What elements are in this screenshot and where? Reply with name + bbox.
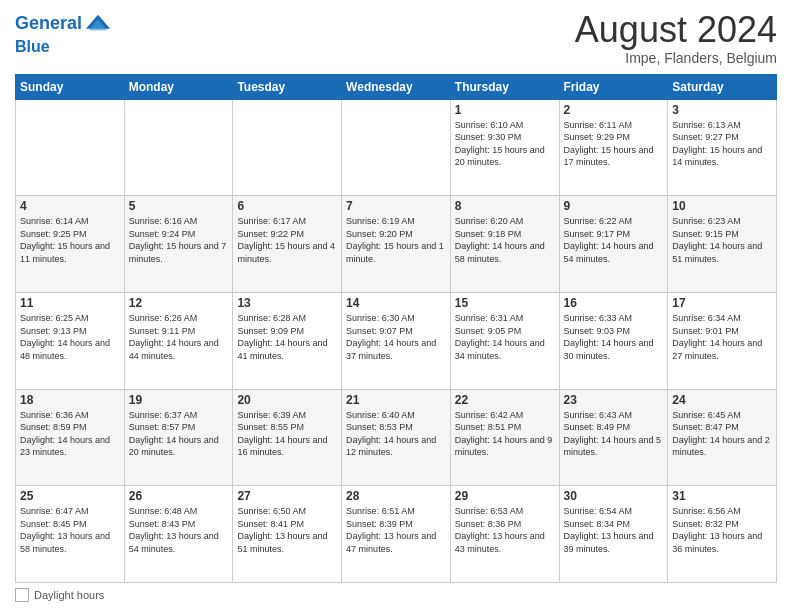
- day-info: Sunrise: 6:33 AM Sunset: 9:03 PM Dayligh…: [564, 312, 664, 362]
- day-info: Sunrise: 6:40 AM Sunset: 8:53 PM Dayligh…: [346, 409, 446, 459]
- day-info: Sunrise: 6:39 AM Sunset: 8:55 PM Dayligh…: [237, 409, 337, 459]
- footer-label: Daylight hours: [34, 589, 104, 601]
- subtitle: Impe, Flanders, Belgium: [575, 50, 777, 66]
- day-number: 4: [20, 199, 120, 213]
- day-number: 15: [455, 296, 555, 310]
- calendar-weekday-thursday: Thursday: [450, 74, 559, 99]
- calendar-cell: 7Sunrise: 6:19 AM Sunset: 9:20 PM Daylig…: [342, 196, 451, 293]
- day-number: 13: [237, 296, 337, 310]
- day-info: Sunrise: 6:53 AM Sunset: 8:36 PM Dayligh…: [455, 505, 555, 555]
- day-info: Sunrise: 6:50 AM Sunset: 8:41 PM Dayligh…: [237, 505, 337, 555]
- day-info: Sunrise: 6:20 AM Sunset: 9:18 PM Dayligh…: [455, 215, 555, 265]
- calendar-cell: 28Sunrise: 6:51 AM Sunset: 8:39 PM Dayli…: [342, 486, 451, 583]
- day-number: 21: [346, 393, 446, 407]
- calendar-header-row: SundayMondayTuesdayWednesdayThursdayFrid…: [16, 74, 777, 99]
- day-info: Sunrise: 6:36 AM Sunset: 8:59 PM Dayligh…: [20, 409, 120, 459]
- day-number: 29: [455, 489, 555, 503]
- day-number: 3: [672, 103, 772, 117]
- day-info: Sunrise: 6:56 AM Sunset: 8:32 PM Dayligh…: [672, 505, 772, 555]
- day-info: Sunrise: 6:47 AM Sunset: 8:45 PM Dayligh…: [20, 505, 120, 555]
- calendar-cell: 8Sunrise: 6:20 AM Sunset: 9:18 PM Daylig…: [450, 196, 559, 293]
- logo-line2: Blue: [15, 38, 112, 56]
- calendar-cell: 25Sunrise: 6:47 AM Sunset: 8:45 PM Dayli…: [16, 486, 125, 583]
- day-number: 9: [564, 199, 664, 213]
- calendar-cell: [124, 99, 233, 196]
- day-number: 30: [564, 489, 664, 503]
- day-number: 23: [564, 393, 664, 407]
- day-number: 24: [672, 393, 772, 407]
- day-info: Sunrise: 6:30 AM Sunset: 9:07 PM Dayligh…: [346, 312, 446, 362]
- calendar-cell: 15Sunrise: 6:31 AM Sunset: 9:05 PM Dayli…: [450, 292, 559, 389]
- day-info: Sunrise: 6:13 AM Sunset: 9:27 PM Dayligh…: [672, 119, 772, 169]
- calendar-cell: [233, 99, 342, 196]
- calendar-week-2: 4Sunrise: 6:14 AM Sunset: 9:25 PM Daylig…: [16, 196, 777, 293]
- calendar-cell: 3Sunrise: 6:13 AM Sunset: 9:27 PM Daylig…: [668, 99, 777, 196]
- page: General Blue August 2024 Impe, Flanders,…: [0, 0, 792, 612]
- day-info: Sunrise: 6:34 AM Sunset: 9:01 PM Dayligh…: [672, 312, 772, 362]
- calendar-cell: 21Sunrise: 6:40 AM Sunset: 8:53 PM Dayli…: [342, 389, 451, 486]
- calendar-weekday-sunday: Sunday: [16, 74, 125, 99]
- day-number: 17: [672, 296, 772, 310]
- day-number: 20: [237, 393, 337, 407]
- day-number: 31: [672, 489, 772, 503]
- calendar-cell: 29Sunrise: 6:53 AM Sunset: 8:36 PM Dayli…: [450, 486, 559, 583]
- calendar-cell: 24Sunrise: 6:45 AM Sunset: 8:47 PM Dayli…: [668, 389, 777, 486]
- calendar-cell: 13Sunrise: 6:28 AM Sunset: 9:09 PM Dayli…: [233, 292, 342, 389]
- calendar-cell: 4Sunrise: 6:14 AM Sunset: 9:25 PM Daylig…: [16, 196, 125, 293]
- calendar-weekday-monday: Monday: [124, 74, 233, 99]
- title-block: August 2024 Impe, Flanders, Belgium: [575, 10, 777, 66]
- logo-icon: [84, 10, 112, 38]
- day-number: 7: [346, 199, 446, 213]
- daylight-box: [15, 588, 29, 602]
- calendar-cell: 27Sunrise: 6:50 AM Sunset: 8:41 PM Dayli…: [233, 486, 342, 583]
- calendar-table: SundayMondayTuesdayWednesdayThursdayFrid…: [15, 74, 777, 583]
- day-info: Sunrise: 6:43 AM Sunset: 8:49 PM Dayligh…: [564, 409, 664, 459]
- day-info: Sunrise: 6:28 AM Sunset: 9:09 PM Dayligh…: [237, 312, 337, 362]
- day-info: Sunrise: 6:26 AM Sunset: 9:11 PM Dayligh…: [129, 312, 229, 362]
- calendar-week-5: 25Sunrise: 6:47 AM Sunset: 8:45 PM Dayli…: [16, 486, 777, 583]
- calendar-cell: 23Sunrise: 6:43 AM Sunset: 8:49 PM Dayli…: [559, 389, 668, 486]
- day-number: 22: [455, 393, 555, 407]
- calendar-week-1: 1Sunrise: 6:10 AM Sunset: 9:30 PM Daylig…: [16, 99, 777, 196]
- header: General Blue August 2024 Impe, Flanders,…: [15, 10, 777, 66]
- day-number: 2: [564, 103, 664, 117]
- calendar-cell: 16Sunrise: 6:33 AM Sunset: 9:03 PM Dayli…: [559, 292, 668, 389]
- calendar-weekday-saturday: Saturday: [668, 74, 777, 99]
- calendar-weekday-friday: Friday: [559, 74, 668, 99]
- day-info: Sunrise: 6:54 AM Sunset: 8:34 PM Dayligh…: [564, 505, 664, 555]
- day-number: 16: [564, 296, 664, 310]
- calendar-week-3: 11Sunrise: 6:25 AM Sunset: 9:13 PM Dayli…: [16, 292, 777, 389]
- day-number: 18: [20, 393, 120, 407]
- day-info: Sunrise: 6:10 AM Sunset: 9:30 PM Dayligh…: [455, 119, 555, 169]
- day-number: 5: [129, 199, 229, 213]
- day-number: 19: [129, 393, 229, 407]
- calendar-cell: 5Sunrise: 6:16 AM Sunset: 9:24 PM Daylig…: [124, 196, 233, 293]
- calendar-cell: 31Sunrise: 6:56 AM Sunset: 8:32 PM Dayli…: [668, 486, 777, 583]
- day-number: 10: [672, 199, 772, 213]
- calendar-cell: 6Sunrise: 6:17 AM Sunset: 9:22 PM Daylig…: [233, 196, 342, 293]
- day-number: 14: [346, 296, 446, 310]
- logo: General Blue: [15, 10, 112, 56]
- calendar-weekday-tuesday: Tuesday: [233, 74, 342, 99]
- day-info: Sunrise: 6:14 AM Sunset: 9:25 PM Dayligh…: [20, 215, 120, 265]
- calendar-cell: 17Sunrise: 6:34 AM Sunset: 9:01 PM Dayli…: [668, 292, 777, 389]
- day-info: Sunrise: 6:23 AM Sunset: 9:15 PM Dayligh…: [672, 215, 772, 265]
- day-number: 27: [237, 489, 337, 503]
- calendar-cell: 1Sunrise: 6:10 AM Sunset: 9:30 PM Daylig…: [450, 99, 559, 196]
- calendar-cell: 10Sunrise: 6:23 AM Sunset: 9:15 PM Dayli…: [668, 196, 777, 293]
- day-info: Sunrise: 6:25 AM Sunset: 9:13 PM Dayligh…: [20, 312, 120, 362]
- day-info: Sunrise: 6:51 AM Sunset: 8:39 PM Dayligh…: [346, 505, 446, 555]
- calendar-cell: 14Sunrise: 6:30 AM Sunset: 9:07 PM Dayli…: [342, 292, 451, 389]
- day-info: Sunrise: 6:17 AM Sunset: 9:22 PM Dayligh…: [237, 215, 337, 265]
- day-number: 8: [455, 199, 555, 213]
- day-info: Sunrise: 6:11 AM Sunset: 9:29 PM Dayligh…: [564, 119, 664, 169]
- day-info: Sunrise: 6:22 AM Sunset: 9:17 PM Dayligh…: [564, 215, 664, 265]
- calendar-cell: [342, 99, 451, 196]
- day-number: 6: [237, 199, 337, 213]
- day-number: 11: [20, 296, 120, 310]
- day-number: 25: [20, 489, 120, 503]
- day-info: Sunrise: 6:31 AM Sunset: 9:05 PM Dayligh…: [455, 312, 555, 362]
- calendar-cell: [16, 99, 125, 196]
- day-number: 26: [129, 489, 229, 503]
- calendar-cell: 30Sunrise: 6:54 AM Sunset: 8:34 PM Dayli…: [559, 486, 668, 583]
